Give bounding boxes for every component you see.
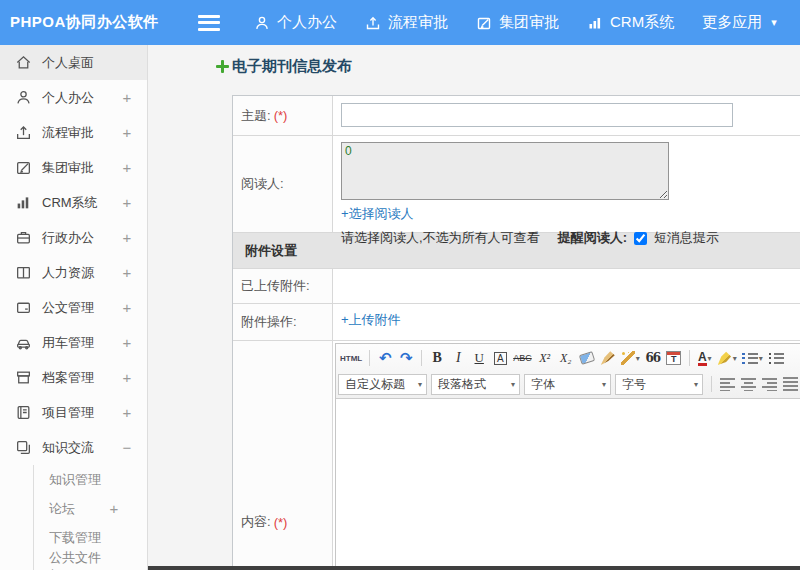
ordered-list-button[interactable]: ▾ <box>740 348 765 368</box>
font-border-button[interactable]: A <box>490 348 510 368</box>
choose-readers-link[interactable]: +选择阅读人 <box>341 205 414 223</box>
subject-input[interactable] <box>341 103 733 127</box>
highlight-button[interactable]: ▾ <box>716 348 739 368</box>
nav-crm[interactable]: CRM系统 <box>587 13 674 32</box>
content-label-cell: 内容: (*) <box>233 341 333 570</box>
format-painter-button[interactable] <box>598 348 618 368</box>
unordered-list-button[interactable] <box>766 348 786 368</box>
person-icon <box>254 15 270 31</box>
paragraph-format-select[interactable]: 段落格式▾ <box>431 374 520 395</box>
html-source-button[interactable]: HTML <box>338 348 364 368</box>
align-left-button[interactable] <box>717 374 737 394</box>
align-left-icon <box>720 377 735 391</box>
undo-button[interactable]: ↶ <box>375 348 395 368</box>
superscript-button[interactable]: X² <box>535 348 555 368</box>
subscript-button[interactable]: X₂ <box>556 348 576 368</box>
subject-label: 主题: <box>241 107 271 125</box>
upload-attachment-link[interactable]: +上传附件 <box>341 312 401 327</box>
sidebar-item-personal-office[interactable]: 个人办公 + <box>0 80 147 115</box>
nav-workflow-approval[interactable]: 流程审批 <box>365 13 448 32</box>
sidebar-item-archive-mgmt[interactable]: 档案管理 + <box>0 360 147 395</box>
edit-icon <box>476 15 492 31</box>
eraser-icon <box>579 351 595 365</box>
readers-hint-text: 请选择阅读人,不选为所有人可查看 <box>341 229 540 247</box>
italic-button[interactable]: I <box>448 348 468 368</box>
app-header: PHPOA协同办公软件 个人办公 流程审批 集团审批 <box>0 0 800 45</box>
align-right-button[interactable] <box>759 374 779 394</box>
strikethrough-button[interactable]: ABC <box>511 348 534 368</box>
attachment-operation-row: 附件操作: +上传附件 <box>233 304 800 341</box>
nav-item-label: 个人办公 <box>277 13 337 32</box>
bold-button[interactable]: B <box>427 348 447 368</box>
sidebar-item-desktop[interactable]: 个人桌面 <box>0 45 147 80</box>
knowledge-submenu: 知识管理 论坛 + 下载管理 公共文件柜 <box>33 465 147 570</box>
sidebar-item-label: 公文管理 <box>42 299 112 317</box>
nav-personal-office[interactable]: 个人办公 <box>254 13 337 32</box>
sidebar-item-group-approval[interactable]: 集团审批 + <box>0 150 147 185</box>
auto-typeset-button[interactable]: ▾ <box>619 348 642 368</box>
hamburger-bar <box>198 21 220 24</box>
font-color-button[interactable]: A▾ <box>695 348 715 368</box>
unordered-list-icon <box>768 352 784 365</box>
paragraph-select-label: 段落格式 <box>438 376 486 393</box>
underline-button[interactable]: U <box>469 348 489 368</box>
align-right-icon <box>762 377 777 391</box>
menu-toggle-button[interactable] <box>198 15 220 31</box>
expand-indicator: + <box>122 264 132 281</box>
nav-item-label: CRM系统 <box>610 13 674 32</box>
chart-icon <box>15 194 32 211</box>
align-center-button[interactable] <box>738 374 758 394</box>
uploaded-attachments-label: 已上传附件: <box>241 277 310 295</box>
uploaded-label-cell: 已上传附件: <box>233 269 333 303</box>
editor-content-area[interactable] <box>336 399 800 570</box>
font-family-select-label: 字体 <box>531 376 555 393</box>
justify-button[interactable] <box>780 374 800 394</box>
blockquote-button[interactable]: 66 <box>643 348 663 368</box>
readers-textarea[interactable]: 0 <box>341 142 669 200</box>
add-plus-icon <box>216 60 229 73</box>
sms-notify-label: 短消息提示 <box>654 229 719 247</box>
sms-notify-checkbox[interactable] <box>634 232 647 245</box>
attachments-section-title: 附件设置 <box>245 242 297 260</box>
heading-select[interactable]: 自定义标题▾ <box>338 374 427 395</box>
page-title-text: 电子期刊信息发布 <box>232 57 352 76</box>
sidebar-item-knowledge-exchange[interactable]: 知识交流 − <box>0 430 147 465</box>
submenu-item-knowledge-mgmt[interactable]: 知识管理 <box>34 465 147 494</box>
page-title: 电子期刊信息发布 <box>216 57 352 76</box>
toolbar-separator <box>369 350 370 366</box>
attachment-op-field-cell: +上传附件 <box>333 304 800 340</box>
submenu-item-public-cabinet[interactable]: 公共文件柜 <box>34 552 147 570</box>
sidebar-item-label: 行政办公 <box>42 229 112 247</box>
sidebar-item-admin-office[interactable]: 行政办公 + <box>0 220 147 255</box>
publish-form: 主题: (*) 阅读人: 0 +选择阅读人 请选择阅读人,不选为所有人可查看 提… <box>232 95 800 570</box>
font-size-select[interactable]: 字号▾ <box>615 374 703 395</box>
sidebar-item-label: 档案管理 <box>42 369 112 387</box>
expand-indicator: + <box>109 500 119 517</box>
nav-item-label: 集团审批 <box>499 13 559 32</box>
expand-indicator: + <box>122 404 132 421</box>
nav-group-approval[interactable]: 集团审批 <box>476 13 559 32</box>
font-family-select[interactable]: 字体▾ <box>524 374 611 395</box>
nav-more-apps[interactable]: 更多应用 ▾ <box>702 13 777 32</box>
date-icon: T <box>666 351 681 365</box>
insert-date-button[interactable]: T <box>664 348 684 368</box>
sidebar-item-workflow-approval[interactable]: 流程审批 + <box>0 115 147 150</box>
archive-icon <box>15 369 32 386</box>
sidebar-item-label: 流程审批 <box>42 124 112 142</box>
remind-readers-label: 提醒阅读人: <box>558 229 627 247</box>
submenu-item-forum[interactable]: 论坛 + <box>34 494 147 523</box>
sidebar-item-project-mgmt[interactable]: 项目管理 + <box>0 395 147 430</box>
sidebar-item-hr[interactable]: 人力资源 + <box>0 255 147 290</box>
sidebar-item-document-mgmt[interactable]: 公文管理 + <box>0 290 147 325</box>
content-bottom-edge <box>148 566 800 570</box>
sidebar-item-crm[interactable]: CRM系统 + <box>0 185 147 220</box>
hamburger-bar <box>198 15 220 18</box>
flow-icon <box>15 124 32 141</box>
brush-icon <box>601 351 615 365</box>
remove-format-button[interactable] <box>577 348 597 368</box>
sidebar: 个人桌面 个人办公 + 流程审批 + 集团审批 + CRM系统 + 行政办公 +… <box>0 45 148 570</box>
subject-label-cell: 主题: (*) <box>233 96 333 135</box>
sidebar-item-vehicle-mgmt[interactable]: 用车管理 + <box>0 325 147 360</box>
magic-wand-icon <box>621 351 635 365</box>
redo-button[interactable]: ↷ <box>396 348 416 368</box>
